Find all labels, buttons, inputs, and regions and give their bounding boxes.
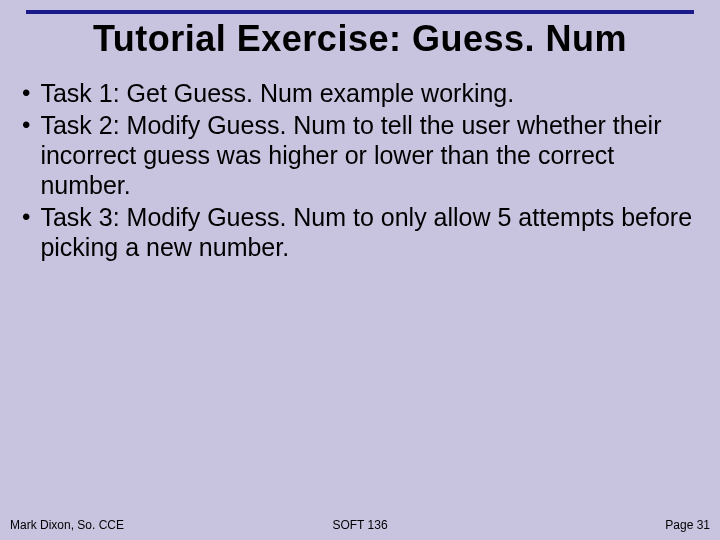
list-item-text: Task 3: Modify Guess. Num to only allow …	[40, 202, 696, 262]
list-item: • Task 2: Modify Guess. Num to tell the …	[20, 110, 696, 200]
footer-course: SOFT 136	[0, 518, 720, 532]
bullet-dot-icon: •	[22, 202, 30, 232]
bullet-list: • Task 1: Get Guess. Num example working…	[20, 78, 696, 264]
title-rule	[26, 10, 694, 14]
list-item-text: Task 1: Get Guess. Num example working.	[40, 78, 696, 108]
list-item: • Task 3: Modify Guess. Num to only allo…	[20, 202, 696, 262]
list-item-text: Task 2: Modify Guess. Num to tell the us…	[40, 110, 696, 200]
footer: Mark Dixon, So. CCE SOFT 136 Page 31	[0, 516, 720, 532]
page-title: Tutorial Exercise: Guess. Num	[0, 18, 720, 60]
list-item: • Task 1: Get Guess. Num example working…	[20, 78, 696, 108]
footer-page-number: Page 31	[665, 518, 710, 532]
bullet-dot-icon: •	[22, 78, 30, 108]
bullet-dot-icon: •	[22, 110, 30, 140]
